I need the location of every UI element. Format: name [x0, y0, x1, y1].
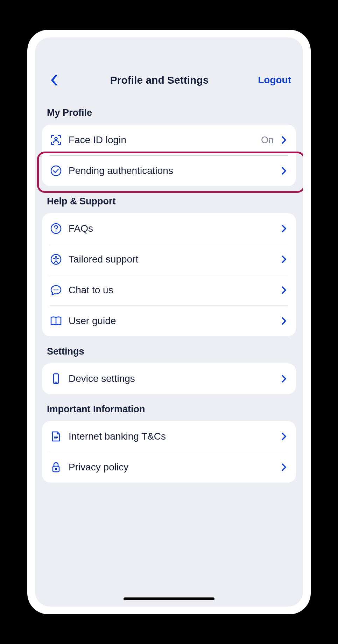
- row-label: Chat to us: [69, 285, 274, 296]
- section-title-important: Important Information: [42, 394, 296, 421]
- face-id-icon: [50, 134, 62, 146]
- row-label: FAQs: [69, 223, 274, 234]
- row-faqs[interactable]: FAQs: [42, 213, 296, 244]
- row-label: Internet banking T&Cs: [69, 431, 274, 442]
- svg-point-3: [55, 230, 56, 231]
- row-chat[interactable]: Chat to us: [42, 275, 296, 306]
- chevron-left-icon: [50, 74, 57, 86]
- svg-point-1: [51, 166, 61, 176]
- phone-icon: [50, 372, 62, 385]
- card-profile: Face ID login On Pending authentications: [42, 125, 296, 186]
- phone-frame: Profile and Settings Logout My Profile F…: [27, 30, 311, 614]
- section-title-help: Help & Support: [42, 186, 296, 213]
- book-icon: [50, 315, 62, 327]
- svg-rect-14: [53, 466, 59, 472]
- chevron-right-icon: [280, 167, 288, 175]
- row-label: Pending authentications: [69, 165, 274, 176]
- lock-icon: [50, 461, 62, 474]
- row-tailored-support[interactable]: Tailored support: [42, 244, 296, 275]
- svg-point-6: [54, 289, 55, 290]
- back-button[interactable]: [47, 73, 61, 87]
- chat-icon: [50, 284, 62, 296]
- chevron-right-icon: [280, 317, 288, 325]
- chevron-right-icon: [280, 432, 288, 441]
- section-title-profile: My Profile: [42, 98, 296, 125]
- logout-button[interactable]: Logout: [258, 75, 291, 86]
- card-important: Internet banking T&Cs Privacy policy: [42, 421, 296, 483]
- chevron-right-icon: [280, 463, 288, 471]
- row-label: Privacy policy: [69, 462, 274, 473]
- chevron-right-icon: [280, 286, 288, 294]
- row-label: User guide: [69, 315, 274, 327]
- row-label: Tailored support: [69, 254, 274, 265]
- row-privacy[interactable]: Privacy policy: [42, 452, 296, 483]
- chevron-right-icon: [280, 255, 288, 264]
- svg-point-8: [57, 289, 58, 290]
- row-label: Face ID login: [69, 134, 255, 146]
- accessibility-icon: [50, 253, 62, 266]
- svg-point-5: [55, 256, 57, 258]
- row-label: Device settings: [69, 373, 274, 384]
- document-icon: [50, 430, 62, 443]
- row-tcs[interactable]: Internet banking T&Cs: [42, 421, 296, 452]
- section-title-settings: Settings: [42, 336, 296, 363]
- row-device-settings[interactable]: Device settings: [42, 363, 296, 394]
- chevron-right-icon: [280, 136, 288, 144]
- row-pending-auth[interactable]: Pending authentications: [42, 155, 296, 186]
- row-user-guide[interactable]: User guide: [42, 306, 296, 336]
- content: My Profile Face ID login On: [35, 98, 303, 607]
- svg-point-7: [55, 289, 56, 290]
- check-circle-icon: [50, 164, 62, 177]
- home-indicator[interactable]: [124, 597, 214, 600]
- header: Profile and Settings Logout: [35, 56, 303, 98]
- svg-point-15: [55, 468, 57, 470]
- card-help: FAQs Tailored support: [42, 213, 296, 336]
- row-value: On: [261, 135, 274, 146]
- svg-point-0: [55, 138, 57, 140]
- question-circle-icon: [50, 222, 62, 235]
- row-faceid[interactable]: Face ID login On: [42, 125, 296, 155]
- chevron-right-icon: [280, 374, 288, 383]
- screen: Profile and Settings Logout My Profile F…: [35, 37, 303, 607]
- page-title: Profile and Settings: [61, 74, 258, 86]
- card-settings: Device settings: [42, 363, 296, 394]
- chevron-right-icon: [280, 224, 288, 233]
